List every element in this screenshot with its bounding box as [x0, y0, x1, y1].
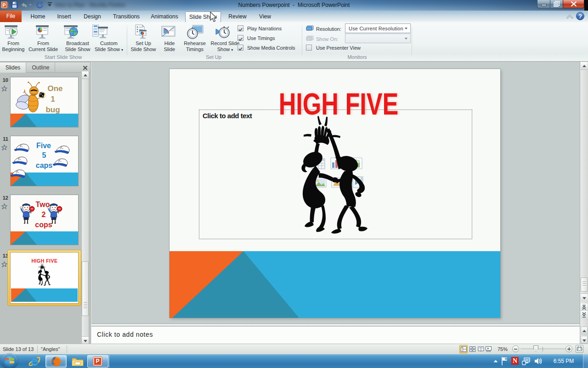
- svg-text:1: 1: [51, 95, 55, 104]
- svg-text:P: P: [2, 2, 6, 8]
- svg-text:5: 5: [42, 151, 46, 159]
- svg-text:2: 2: [42, 211, 46, 218]
- svg-text:Five: Five: [36, 142, 51, 150]
- svg-text:bug: bug: [45, 105, 60, 114]
- svg-text:cops: cops: [35, 221, 52, 229]
- svg-text:HIGH FIVE: HIGH FIVE: [31, 258, 57, 264]
- svg-text:One: One: [47, 84, 62, 93]
- svg-text:caps: caps: [36, 161, 53, 169]
